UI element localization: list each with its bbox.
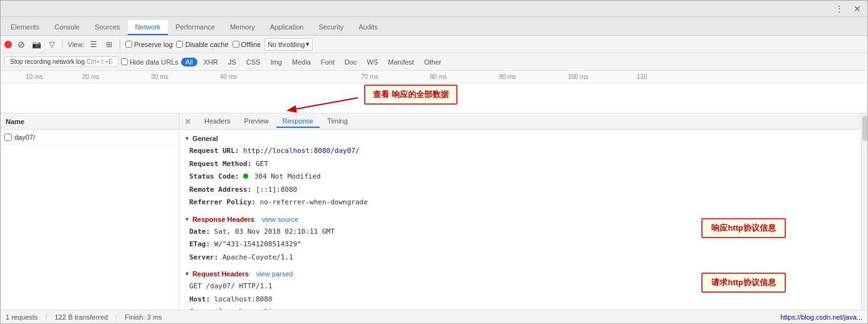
detail-scrollbar[interactable] bbox=[861, 113, 867, 310]
filter-media-btn[interactable]: Media bbox=[288, 58, 315, 66]
date-value: Sat, 03 Nov 2018 02:10:11 GMT bbox=[214, 227, 335, 236]
timeline-ruler: 10 ms 20 ms 30 ms 40 ms 70 ms 80 ms 90 m… bbox=[1, 71, 867, 83]
disable-cache-label: Disable cache bbox=[185, 41, 228, 48]
request-host: Host: localhost:8080 bbox=[179, 293, 861, 306]
filter-js-btn[interactable]: JS bbox=[224, 58, 240, 66]
detail-tabs: ✕ Headers Preview Response Timing bbox=[179, 113, 861, 130]
tab-performance[interactable]: Performance bbox=[168, 20, 222, 35]
request-line-value: GET /day07/ HTTP/1.1 bbox=[189, 282, 272, 290]
separator-2 bbox=[120, 39, 120, 50]
detail-close-btn[interactable]: ✕ bbox=[182, 117, 194, 127]
general-remote-address: Remote Address: [::1]:8080 bbox=[179, 184, 861, 197]
filter-img-btn[interactable]: Img bbox=[266, 58, 285, 66]
hide-data-urls-label: Hide data URLs bbox=[130, 58, 179, 66]
status-bar: 1 requests | 122 B transferred | Finish:… bbox=[1, 310, 867, 323]
close-icon[interactable]: ✕ bbox=[851, 3, 864, 15]
camera-button[interactable]: 📷 bbox=[31, 39, 42, 50]
request-url-value: http://localhost:8080/day07/ bbox=[243, 147, 359, 155]
filter-xhr-btn[interactable]: XHR bbox=[200, 58, 222, 66]
preserve-log-label: Preserve log bbox=[134, 41, 173, 48]
general-status-code: Status Code: 304 Not Modified bbox=[179, 170, 861, 184]
details-panel: ✕ Headers Preview Response Timing ▼ Gene… bbox=[179, 113, 861, 310]
tab-elements[interactable]: Elements bbox=[3, 20, 47, 35]
request-url-key: Request URL: bbox=[189, 147, 243, 155]
status-requests: 1 requests bbox=[6, 313, 38, 321]
request-headers-title: Request Headers bbox=[192, 270, 249, 278]
date-key: Date: bbox=[189, 227, 214, 236]
view-label: View: bbox=[68, 41, 85, 48]
tab-memory[interactable]: Memory bbox=[222, 20, 263, 35]
general-triangle: ▼ bbox=[184, 135, 190, 142]
filter-css-btn[interactable]: CSS bbox=[243, 58, 264, 66]
tab-console[interactable]: Console bbox=[47, 20, 87, 35]
filter-all-btn[interactable]: All bbox=[181, 58, 197, 66]
response-headers-title: Response Headers bbox=[192, 216, 254, 223]
hide-data-urls-checkbox[interactable] bbox=[121, 58, 128, 65]
host-key: Host: bbox=[189, 295, 214, 303]
detail-scrollbar-thumb[interactable] bbox=[862, 116, 867, 141]
etag-key: ETag: bbox=[189, 240, 214, 248]
title-bar: ⋮ ✕ bbox=[1, 1, 867, 17]
request-checkbox[interactable] bbox=[4, 133, 12, 141]
detail-tab-response[interactable]: Response bbox=[276, 115, 320, 128]
remote-address-key: Remote Address: bbox=[189, 186, 256, 194]
response-headers-section-header: ▼ Response Headers view source bbox=[179, 213, 861, 226]
tab-audits[interactable]: Audits bbox=[351, 20, 385, 35]
disable-cache-checkbox[interactable] bbox=[176, 41, 183, 48]
stop-record-btn[interactable]: Stop recording network log Ctrl+⇧+E bbox=[4, 56, 118, 67]
main-content: Name day07/ ✕ Headers Preview Response T… bbox=[1, 113, 867, 310]
detail-tab-timing[interactable]: Timing bbox=[321, 115, 354, 128]
filter-manifest-btn[interactable]: Manifest bbox=[384, 58, 418, 66]
status-code-value: 304 Not Modified bbox=[254, 172, 321, 180]
filter-font-btn[interactable]: Font bbox=[317, 58, 338, 66]
hide-data-urls-group: Hide data URLs bbox=[121, 58, 179, 66]
detail-tab-headers[interactable]: Headers bbox=[198, 115, 237, 128]
referrer-policy-key: Referrer Policy: bbox=[189, 198, 260, 206]
request-headers-triangle: ▼ bbox=[184, 271, 190, 277]
view-source-link[interactable]: view source bbox=[262, 216, 298, 223]
status-sep-1: | bbox=[45, 313, 47, 321]
status-sep-2: | bbox=[115, 313, 117, 321]
requests-panel: Name day07/ bbox=[1, 113, 179, 310]
filter-button[interactable]: ▽ bbox=[46, 39, 57, 50]
ruler-70ms: 70 ms bbox=[361, 73, 378, 80]
ruler-100ms: 100 ms bbox=[568, 73, 588, 80]
offline-checkbox[interactable] bbox=[233, 41, 239, 48]
referrer-policy-value: no-referrer-when-downgrade bbox=[260, 198, 368, 206]
filter-ws-btn[interactable]: WS bbox=[363, 58, 382, 66]
filter-other-btn[interactable]: Other bbox=[421, 58, 446, 66]
request-method-value: GET bbox=[256, 160, 268, 168]
request-line: GET /day07/ HTTP/1.1 bbox=[179, 280, 861, 293]
grid-view-btn[interactable]: ⊞ bbox=[103, 39, 115, 50]
stop-record-shortcut: Ctrl+⇧+E bbox=[86, 58, 113, 65]
status-transferred: 122 B transferred bbox=[55, 313, 108, 321]
tab-sources[interactable]: Sources bbox=[87, 20, 127, 35]
throttling-chevron: ▾ bbox=[306, 40, 310, 48]
general-request-url: Request URL: http://localhost:8080/day07… bbox=[179, 145, 861, 158]
response-date: Date: Sat, 03 Nov 2018 02:10:11 GMT bbox=[179, 226, 861, 239]
ruler-30ms: 30 ms bbox=[151, 73, 168, 80]
server-value: Apache-Coyote/1.1 bbox=[222, 253, 293, 261]
svg-line-0 bbox=[289, 98, 358, 110]
list-view-btn[interactable]: ☰ bbox=[88, 39, 100, 50]
throttling-dropdown[interactable]: No throttling ▾ bbox=[264, 38, 313, 51]
filter-doc-btn[interactable]: Doc bbox=[341, 58, 361, 66]
tab-security[interactable]: Security bbox=[311, 20, 351, 35]
request-item[interactable]: day07/ bbox=[1, 130, 179, 145]
status-finish: Finish: 3 ms bbox=[125, 313, 162, 321]
request-name: day07/ bbox=[14, 133, 35, 141]
tab-application[interactable]: Application bbox=[263, 20, 311, 35]
view-parsed-link[interactable]: view parsed bbox=[256, 270, 293, 278]
response-headers-triangle: ▼ bbox=[184, 216, 190, 222]
preserve-log-checkbox[interactable] bbox=[125, 41, 132, 48]
general-title: General bbox=[192, 135, 218, 142]
more-icon[interactable]: ⋮ bbox=[832, 3, 846, 15]
record-button[interactable] bbox=[4, 41, 12, 48]
request-headers-section-header: ▼ Request Headers view parsed bbox=[179, 268, 861, 280]
detail-tab-preview[interactable]: Preview bbox=[238, 115, 275, 128]
general-request-method: Request Method: GET bbox=[179, 158, 861, 171]
clear-button[interactable]: ⊘ bbox=[16, 39, 27, 50]
tab-network[interactable]: Network bbox=[128, 20, 168, 35]
stop-record-label: Stop recording network log bbox=[10, 58, 85, 65]
timeline-annotation-container: 查看 响应的全部数据 bbox=[364, 85, 458, 105]
